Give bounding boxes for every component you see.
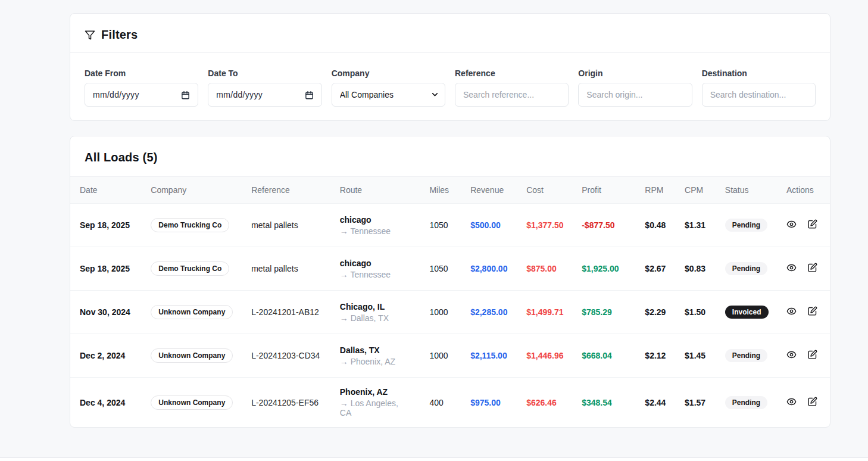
filter-company: Company All Companies [332, 68, 445, 107]
route-destination: → Phoenix, AZ [340, 357, 411, 366]
load-miles: 1050 [420, 204, 461, 247]
edit-load-button[interactable] [807, 350, 817, 360]
load-cost: $875.00 [517, 247, 572, 291]
company-badge: Unknown Company [151, 305, 233, 319]
view-load-button[interactable] [786, 219, 797, 229]
column-header-revenue: Revenue [461, 177, 517, 204]
load-route: chicago→ Tennessee [330, 204, 420, 247]
column-header-cpm: CPM [675, 177, 716, 204]
load-rpm: $0.48 [635, 204, 675, 247]
filter-origin: Origin [578, 68, 692, 107]
edit-pencil-icon [807, 400, 817, 409]
date-to-input[interactable]: mm/dd/yyyy [208, 83, 321, 107]
load-reference: L-20241205-EF56 [242, 378, 330, 428]
route-origin: Dallas, TX [340, 345, 411, 355]
route-origin: chicago [340, 215, 411, 225]
load-actions [777, 204, 830, 247]
load-revenue: $2,800.00 [461, 247, 517, 291]
eye-icon [786, 309, 797, 318]
load-date: Sep 18, 2025 [70, 247, 141, 291]
company-badge: Unknown Company [151, 348, 233, 363]
load-reference: metal pallets [242, 247, 330, 291]
eye-icon [786, 222, 797, 231]
status-badge: Pending [725, 396, 767, 409]
load-status-cell: Pending [716, 247, 777, 291]
load-date: Dec 4, 2024 [70, 378, 141, 428]
route-origin: chicago [340, 258, 411, 268]
load-cpm: $1.45 [675, 334, 716, 378]
view-load-button[interactable] [786, 350, 797, 360]
load-rpm: $2.67 [635, 247, 675, 291]
loads-title: All Loads (5) [85, 151, 816, 164]
filters-grid: Date From mm/dd/yyyy Date To mm/dd/yyyy [70, 53, 830, 120]
column-header-miles: Miles [420, 177, 461, 204]
filters-title: Filters [101, 28, 138, 42]
load-profit: $1,925.00 [572, 247, 635, 291]
load-actions [777, 291, 830, 334]
load-rpm: $2.12 [635, 334, 675, 378]
load-revenue: $2,115.00 [461, 334, 517, 378]
load-revenue: $500.00 [461, 204, 517, 247]
origin-label: Origin [578, 68, 692, 78]
calendar-icon[interactable] [181, 91, 190, 99]
filter-reference: Reference [455, 68, 569, 107]
view-load-button[interactable] [786, 263, 797, 273]
company-select[interactable]: All Companies [332, 83, 445, 107]
reference-label: Reference [455, 68, 569, 78]
eye-icon [786, 400, 797, 409]
load-route: Phoenix, AZ→ Los Angeles, CA [330, 378, 420, 428]
load-row: Nov 30, 2024Unknown CompanyL-20241201-AB… [70, 291, 830, 334]
edit-load-button[interactable] [807, 306, 817, 316]
loads-card: All Loads (5) DateCompanyReferenceRouteM… [70, 136, 830, 428]
edit-pencil-icon [807, 309, 817, 318]
company-select-wrap: All Companies [332, 83, 445, 107]
loads-table-body: Sep 18, 2025Demo Trucking Cometal pallet… [70, 204, 830, 428]
load-company-cell: Demo Trucking Co [141, 247, 242, 291]
column-header-route: Route [330, 177, 420, 204]
load-cpm: $1.50 [675, 291, 716, 334]
date-from-label: Date From [85, 68, 198, 78]
date-from-input[interactable]: mm/dd/yyyy [85, 83, 198, 107]
edit-load-button[interactable] [807, 397, 817, 407]
load-rpm: $2.44 [635, 378, 675, 428]
destination-search-input[interactable] [702, 83, 816, 107]
column-header-profit: Profit [572, 177, 635, 204]
filter-date-from: Date From mm/dd/yyyy [85, 68, 198, 107]
route-destination: → Tennessee [340, 226, 411, 236]
load-cost: $1,377.50 [517, 204, 572, 247]
load-miles: 1050 [420, 247, 461, 291]
reference-search-input[interactable] [455, 83, 569, 107]
load-cpm: $1.57 [675, 378, 716, 428]
load-actions [777, 247, 830, 291]
route-destination: → Los Angeles, CA [340, 398, 411, 418]
load-miles: 400 [420, 378, 461, 428]
date-to-label: Date To [208, 68, 321, 78]
load-status-cell: Pending [716, 204, 777, 247]
load-actions [777, 334, 830, 378]
load-date: Dec 2, 2024 [70, 334, 141, 378]
load-row: Sep 18, 2025Demo Trucking Cometal pallet… [70, 204, 830, 247]
load-row: Dec 2, 2024Unknown CompanyL-20241203-CD3… [70, 334, 830, 378]
company-badge: Unknown Company [151, 395, 233, 410]
load-route: Dallas, TX→ Phoenix, AZ [330, 334, 420, 378]
company-badge: Demo Trucking Co [151, 218, 229, 232]
load-profit: $785.29 [572, 291, 635, 334]
loads-card-header: All Loads (5) [70, 136, 830, 176]
table-header-row: DateCompanyReferenceRouteMilesRevenueCos… [70, 177, 830, 204]
status-badge: Pending [725, 262, 767, 275]
load-company-cell: Unknown Company [141, 291, 242, 334]
calendar-icon[interactable] [305, 91, 314, 99]
load-reference: L-20241201-AB12 [242, 291, 330, 334]
column-header-reference: Reference [242, 177, 330, 204]
load-reference: L-20241203-CD34 [242, 334, 330, 378]
loads-table: DateCompanyReferenceRouteMilesRevenueCos… [70, 176, 830, 427]
origin-search-input[interactable] [578, 83, 692, 107]
view-load-button[interactable] [786, 397, 797, 407]
load-company-cell: Unknown Company [141, 334, 242, 378]
load-route: Chicago, IL→ Dallas, TX [330, 291, 420, 334]
edit-load-button[interactable] [807, 263, 817, 273]
company-badge: Demo Trucking Co [151, 261, 229, 276]
status-badge: Pending [725, 219, 767, 232]
edit-load-button[interactable] [807, 219, 817, 229]
view-load-button[interactable] [786, 306, 797, 316]
